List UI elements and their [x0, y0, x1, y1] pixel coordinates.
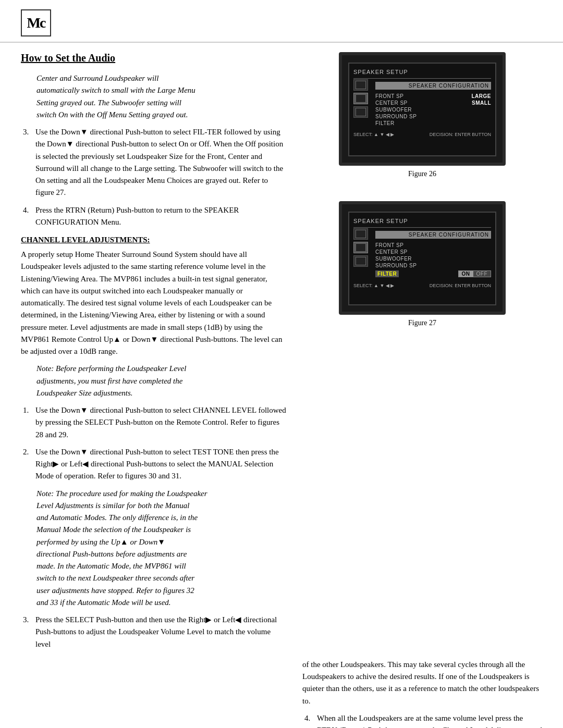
on-off-selector: ONOFF [458, 270, 492, 277]
logo-bar: Mc [0, 0, 563, 43]
icon-box-selected [353, 242, 368, 253]
screen-icons-26 [353, 79, 368, 120]
icon-box [353, 79, 368, 91]
screen-config-26: SPEAKER CONFIGURATION FRONT SP LARGE CEN… [375, 82, 491, 127]
screen-row: FILTER [375, 120, 491, 127]
note-italic-2: Note: The procedure used for making the … [36, 488, 287, 609]
screen-row: SUBWOOFER [375, 106, 491, 113]
screen-bottom-26: SELECT: ▲ ▼ ◀ ▶ DECISION: ENTER BUTTON [353, 132, 491, 137]
channel-item-3: 3. Press the SELECT Push-button and then… [21, 614, 287, 650]
screen-row: SUBWOOFER [375, 255, 491, 262]
on-label: ON [459, 271, 473, 277]
screen-row: SURROUND SP [375, 262, 491, 269]
row-label: SURROUND SP [375, 263, 417, 268]
bottom-right: DECISION: ENTER BUTTON [430, 132, 491, 137]
item-num: 3. [21, 126, 35, 199]
channel-item-1: 1. Use the Down▼ directional Push-button… [21, 404, 287, 441]
screen-header-27: SPEAKER SETUP [353, 218, 491, 224]
item-text: Use the Down▼ directional Push-button to… [35, 446, 287, 483]
item-text: Use the Down▼ directional Push-button to… [35, 404, 287, 441]
row-label: SURROUND SP [375, 114, 417, 119]
bottom-right: of the other Loudspeakers. This may take… [302, 659, 542, 728]
screen-icons-27 [353, 228, 368, 269]
screen-row-filter: FILTER ONOFF [375, 270, 491, 278]
item-text: Press the RTRN (Return) Push-button to r… [35, 204, 287, 229]
icon-box [353, 106, 368, 118]
row-label: SUBWOOFER [375, 107, 412, 113]
row-label: FRONT SP [375, 242, 403, 248]
figure-26-container: SPEAKER SETUP SPEAKER CONFIGURAT [334, 52, 511, 178]
figure-27-screen: SPEAKER SETUP SPEAKER CONFIGURAT [339, 201, 506, 315]
item-text: Press the SELECT Push-button and then us… [35, 614, 287, 650]
logo-text: Mc [27, 15, 45, 31]
row-label: SUBWOOFER [375, 256, 412, 262]
screen-row: FRONT SP [375, 242, 491, 249]
screen-row: CENTER SP SMALL [375, 100, 491, 106]
icon-box [353, 255, 368, 267]
left-column: How to Set the Audio Center and Surround… [21, 43, 287, 656]
screen-header-26: SPEAKER SETUP [353, 69, 491, 75]
row-label-filter: FILTER [375, 270, 399, 277]
screen-row: SURROUND SP [375, 113, 491, 120]
config-header-26: SPEAKER CONFIGURATION [375, 82, 491, 90]
icon-box-selected [353, 93, 368, 104]
row-label: CENTER SP [375, 249, 408, 255]
page-title: How to Set the Audio [21, 52, 287, 64]
row-label: FRONT SP [375, 93, 403, 99]
channel-level-title: CHANNEL LEVEL ADJUSTMENTS: [21, 236, 287, 244]
screen-row: FRONT SP LARGE [375, 93, 491, 100]
screen-divider [353, 78, 491, 79]
item-num: 2. [21, 446, 35, 483]
item-num: 4. [21, 204, 35, 229]
figure-27-container: SPEAKER SETUP SPEAKER CONFIGURAT [334, 201, 511, 327]
right-column: SPEAKER SETUP SPEAKER CONFIGURAT [302, 43, 542, 656]
row-value: SMALL [472, 100, 491, 106]
screen-row: CENTER SP [375, 249, 491, 255]
numbered-item-3: 3. Use the Down▼ directional Push-button… [21, 126, 287, 199]
bottom-content: of the other Loudspeakers. This may take… [0, 659, 563, 728]
off-label: OFF [473, 271, 491, 277]
bottom-right: DECISION: ENTER BUTTON [430, 283, 491, 288]
figure-27-label: Figure 27 [408, 319, 436, 327]
figure-27-inner: SPEAKER SETUP SPEAKER CONFIGURAT [348, 212, 496, 305]
logo: Mc [21, 9, 51, 36]
icon-box [353, 228, 368, 240]
intro-italic: Center and Surround Loudspeaker will aut… [36, 72, 287, 121]
figure-26-inner: SPEAKER SETUP SPEAKER CONFIGURAT [348, 63, 496, 156]
bottom-left [21, 659, 287, 728]
screen-bottom-27: SELECT: ▲ ▼ ◀ ▶ DECISION: ENTER BUTTON [353, 283, 491, 288]
note-italic-1: Note: Before performing the Loudspeaker … [36, 363, 287, 399]
item-num: 4. [302, 712, 317, 728]
item-num: 1. [21, 404, 35, 441]
item-text: Use the Down▼ directional Push-button to… [35, 126, 287, 199]
screen-config-27: SPEAKER CONFIGURATION FRONT SP CENTER SP… [375, 231, 491, 278]
row-label: CENTER SP [375, 100, 408, 106]
item-num: 3. [21, 614, 35, 650]
right-item-4: 4. When all the Loudspeakers are at the … [302, 712, 542, 728]
bottom-left: SELECT: ▲ ▼ ◀ ▶ [353, 132, 394, 137]
figure-26-screen: SPEAKER SETUP SPEAKER CONFIGURAT [339, 52, 506, 166]
screen-divider [353, 227, 491, 228]
figure-26-label: Figure 26 [408, 170, 436, 178]
channel-item-2: 2. Use the Down▼ directional Push-button… [21, 446, 287, 483]
main-content: How to Set the Audio Center and Surround… [0, 43, 563, 656]
config-header-27: SPEAKER CONFIGURATION [375, 231, 491, 239]
row-value: LARGE [472, 93, 492, 99]
bottom-left: SELECT: ▲ ▼ ◀ ▶ [353, 283, 394, 288]
item-text: When all the Loudspeakers are at the sam… [317, 712, 542, 728]
page-container: Mc How to Set the Audio Center and Surro… [0, 0, 563, 728]
right-body-text: of the other Loudspeakers. This may take… [302, 659, 542, 707]
row-label: FILTER [375, 120, 395, 126]
channel-level-body: A properly setup Home Theater Surround S… [21, 249, 287, 357]
numbered-item-4: 4. Press the RTRN (Return) Push-button t… [21, 204, 287, 229]
